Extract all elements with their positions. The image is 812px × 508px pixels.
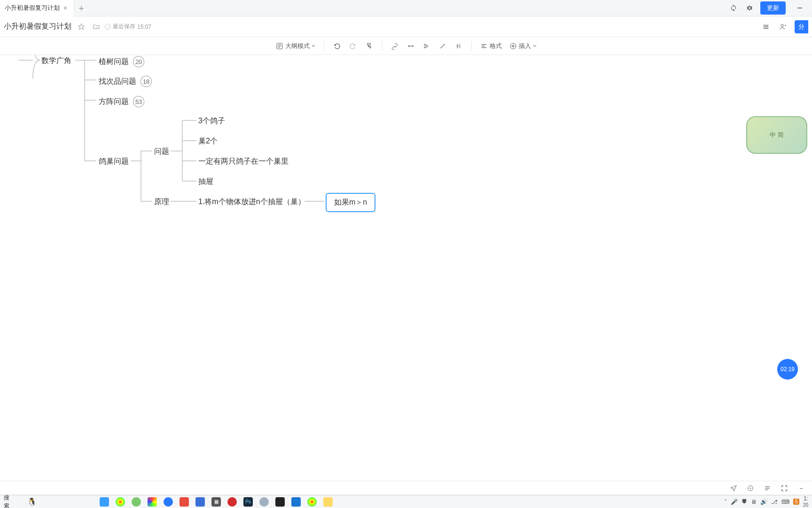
doc-title[interactable]: 小升初暑假复习计划: [4, 22, 71, 32]
svg-point-15: [424, 44, 425, 46]
minimize-button[interactable]: [791, 0, 808, 16]
bracket-icon[interactable]: [454, 42, 463, 50]
taskbar-wechat-icon[interactable]: [132, 497, 141, 507]
keyboard-icon[interactable]: ⌨: [781, 499, 789, 505]
status-bar: −: [0, 481, 812, 495]
node-leaf-1[interactable]: 巢2个: [198, 136, 218, 146]
taskbar-app-icon[interactable]: [180, 497, 189, 507]
node-branch-3[interactable]: 鸽巢问题: [99, 157, 129, 167]
tab-active[interactable]: 小升初暑假复习计划 ×: [0, 0, 74, 16]
chevron-up-icon[interactable]: ˄: [724, 499, 727, 505]
mic-icon[interactable]: 🎤: [731, 499, 738, 505]
toolbar: 大纲模式 格式: [0, 37, 812, 55]
sync-icon[interactable]: [728, 3, 739, 13]
monitor-icon[interactable]: 🖥: [751, 499, 757, 505]
new-tab-button[interactable]: ＋: [74, 1, 88, 15]
save-time: 15:07: [137, 24, 151, 30]
ime-icon[interactable]: S: [793, 499, 799, 505]
add-user-icon[interactable]: [778, 22, 788, 32]
fullscreen-icon[interactable]: [779, 483, 789, 493]
update-button[interactable]: 更新: [760, 1, 786, 15]
list-icon[interactable]: [762, 483, 773, 493]
mindmap-canvas[interactable]: 数学广角 植树问题 20 找次品问题 18 方阵问题 53 鸽巢问题 问题 原理…: [0, 55, 812, 427]
node-badge: 20: [133, 56, 144, 67]
taskbar-folder-icon[interactable]: [323, 497, 333, 507]
taskbar-calc-icon[interactable]: ▦: [211, 497, 221, 507]
taskbar: 搜索 🐧 ▦ Ps ˄ 🎤 ⛊ 🖥 🔊 ⎇ ⌨ S 1: 20: [0, 495, 812, 508]
taskbar-date: 20: [803, 502, 808, 508]
taskbar-app-icon[interactable]: [227, 497, 237, 507]
svg-line-17: [440, 44, 445, 48]
zoom-target-icon[interactable]: [745, 483, 756, 493]
volume-icon[interactable]: 🔊: [760, 499, 767, 505]
svg-point-31: [750, 487, 751, 489]
node-selected[interactable]: 如果m＞n: [326, 193, 375, 212]
star-icon[interactable]: [76, 22, 86, 32]
node-leaf-0[interactable]: 3个鸽子: [198, 116, 225, 126]
taskbar-chrome-icon[interactable]: [116, 497, 125, 507]
save-prefix: 最近保存: [113, 23, 135, 31]
svg-point-13: [412, 45, 413, 47]
relation-icon[interactable]: [406, 42, 415, 50]
node-root[interactable]: 数学广角: [41, 56, 71, 66]
connectors: [0, 55, 812, 427]
tab-title: 小升初暑假复习计划: [5, 4, 60, 12]
svg-point-1: [105, 24, 110, 30]
format-painter-icon[interactable]: [365, 42, 373, 50]
locate-icon[interactable]: [728, 483, 739, 493]
decor-text: 中 简: [770, 131, 784, 139]
close-icon[interactable]: ×: [63, 4, 67, 12]
node-branch-0[interactable]: 植树问题 20: [99, 56, 144, 67]
gear-icon[interactable]: [744, 3, 755, 13]
timer-fab[interactable]: 02:19: [777, 359, 798, 380]
node-branch-3-1[interactable]: 原理: [154, 197, 169, 207]
node-label: 方阵问题: [99, 97, 129, 105]
svg-point-5: [781, 24, 783, 26]
svg-point-12: [408, 45, 409, 47]
save-status: 最近保存 15:07: [104, 23, 151, 31]
node-badge: 53: [133, 96, 144, 107]
taskbar-tray: ˄ 🎤 ⛊ 🖥 🔊 ⎇ ⌨ S 1: 20: [724, 496, 808, 507]
taskbar-chrome-icon[interactable]: [307, 497, 317, 507]
node-principle-0[interactable]: 1.将m个物体放进n个抽屉（巢）: [198, 197, 305, 207]
taskbar-app-icon[interactable]: [100, 497, 109, 507]
outline-mode-button[interactable]: 大纲模式: [276, 42, 315, 50]
taskbar-app-icon[interactable]: [164, 497, 173, 507]
link-icon[interactable]: [390, 42, 399, 50]
redo-icon[interactable]: [349, 42, 357, 50]
taskbar-app-icon[interactable]: [275, 497, 285, 507]
taskbar-app-icon[interactable]: [291, 497, 301, 507]
node-leaf-2[interactable]: 一定有两只鸽子在一个巢里: [198, 157, 289, 167]
taskbar-search[interactable]: 搜索: [4, 494, 13, 508]
taskbar-app-icon[interactable]: [148, 497, 157, 507]
tab-bar: 小升初暑假复习计划 × ＋ 更新: [0, 0, 812, 16]
node-badge: 18: [141, 76, 152, 87]
shield-icon[interactable]: ⛊: [742, 499, 747, 505]
git-icon[interactable]: ⎇: [771, 499, 778, 505]
node-branch-3-0[interactable]: 问题: [154, 147, 169, 157]
taskbar-time: 1:: [803, 496, 808, 502]
taskbar-apps: 🐧 ▦ Ps: [84, 497, 333, 507]
format-button[interactable]: 格式: [480, 42, 502, 50]
title-bar: 小升初暑假复习计划 最近保存 15:07 分: [0, 16, 812, 37]
node-leaf-3[interactable]: 抽屉: [198, 177, 213, 187]
summary-icon[interactable]: [422, 42, 431, 50]
node-label: 植树问题: [99, 57, 129, 65]
svg-point-16: [424, 47, 425, 48]
line-icon[interactable]: [438, 42, 447, 50]
node-branch-1[interactable]: 找次品问题 18: [99, 76, 152, 87]
decor-sticker: 中 简: [746, 116, 807, 154]
folder-icon[interactable]: [91, 22, 102, 32]
share-button[interactable]: 分: [795, 20, 808, 33]
node-branch-2[interactable]: 方阵问题 53: [99, 96, 144, 107]
timer-value: 02:19: [781, 366, 795, 373]
zoom-out-icon[interactable]: −: [796, 483, 806, 493]
taskbar-app-icon[interactable]: [195, 497, 205, 507]
taskbar-app-icon[interactable]: [259, 497, 269, 507]
node-label: 找次品问题: [99, 77, 136, 85]
insert-button[interactable]: 插入: [509, 42, 537, 50]
taskbar-ps-icon[interactable]: Ps: [243, 497, 253, 507]
undo-icon[interactable]: [333, 42, 341, 50]
menu-icon[interactable]: [761, 22, 771, 32]
